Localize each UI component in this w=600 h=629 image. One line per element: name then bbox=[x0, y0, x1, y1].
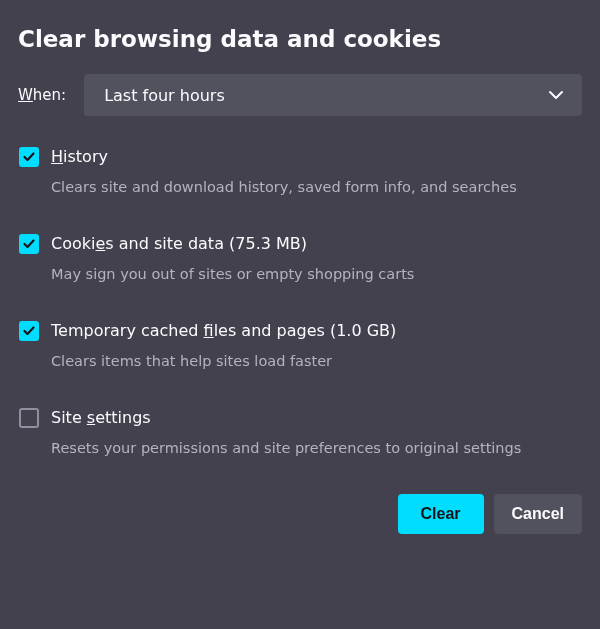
dialog-title: Clear browsing data and cookies bbox=[18, 26, 582, 52]
option-cookies: Cookies and site data (75.3 MB)May sign … bbox=[18, 233, 582, 284]
option-cache: Temporary cached files and pages (1.0 GB… bbox=[18, 320, 582, 371]
option-history-checkbox[interactable] bbox=[19, 147, 39, 167]
option-cache-checkbox[interactable] bbox=[19, 321, 39, 341]
when-select[interactable]: Last four hours bbox=[84, 74, 582, 116]
option-site-settings-label[interactable]: Site settings bbox=[51, 407, 521, 429]
when-row: When: Last four hours bbox=[18, 74, 582, 116]
option-site-settings-checkbox[interactable] bbox=[19, 408, 39, 428]
option-history-description: Clears site and download history, saved … bbox=[51, 178, 517, 197]
cancel-button[interactable]: Cancel bbox=[494, 494, 582, 534]
clear-data-dialog: Clear browsing data and cookies When: La… bbox=[0, 0, 600, 552]
option-cache-description: Clears items that help sites load faster bbox=[51, 352, 396, 371]
options-list: HistoryClears site and download history,… bbox=[18, 146, 582, 458]
when-selected-value: Last four hours bbox=[104, 86, 225, 105]
option-history: HistoryClears site and download history,… bbox=[18, 146, 582, 197]
option-cache-label[interactable]: Temporary cached files and pages (1.0 GB… bbox=[51, 320, 396, 342]
when-label: When: bbox=[18, 86, 66, 104]
option-cookies-description: May sign you out of sites or empty shopp… bbox=[51, 265, 414, 284]
option-history-label[interactable]: History bbox=[51, 146, 517, 168]
dialog-actions: Clear Cancel bbox=[18, 494, 582, 534]
clear-button[interactable]: Clear bbox=[398, 494, 484, 534]
option-cookies-label[interactable]: Cookies and site data (75.3 MB) bbox=[51, 233, 414, 255]
chevron-down-icon bbox=[548, 87, 564, 103]
option-site-settings: Site settingsResets your permissions and… bbox=[18, 407, 582, 458]
option-site-settings-description: Resets your permissions and site prefere… bbox=[51, 439, 521, 458]
option-cookies-checkbox[interactable] bbox=[19, 234, 39, 254]
